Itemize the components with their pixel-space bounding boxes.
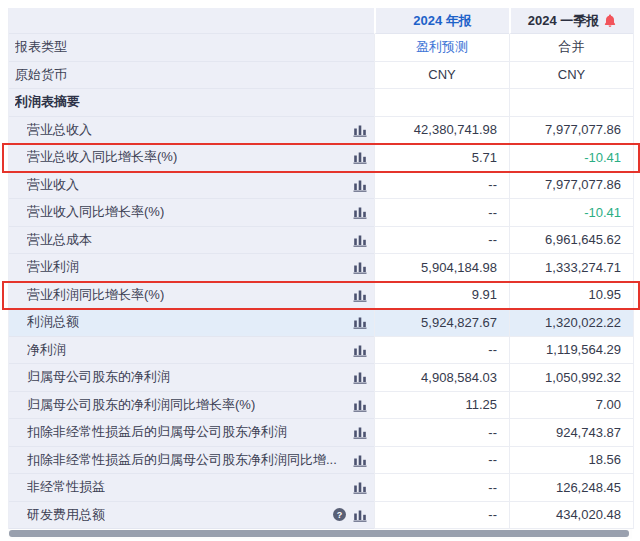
value-text: 5,924,827.67 xyxy=(421,315,497,330)
table-row: 报表类型 盈利预测 合并 xyxy=(9,34,633,62)
row-label: 营业收入同比增长率(%) xyxy=(27,203,164,221)
bar-chart-icon[interactable] xyxy=(353,480,367,494)
bar-chart-icon[interactable] xyxy=(353,123,367,137)
value-text: 126,248.45 xyxy=(556,480,621,495)
value-cell-2024-q1: 7.00 xyxy=(509,392,633,420)
bar-chart-icon[interactable] xyxy=(353,260,367,274)
row-label-cell: 利润表摘要 xyxy=(9,89,374,117)
row-label-cell: 扣除非经常性损益后的归属母公司股东净利润同比增... xyxy=(9,447,374,475)
row-label-cell: 营业总成本 xyxy=(9,227,374,255)
row-icons xyxy=(353,398,367,412)
row-label: 研发费用总额 xyxy=(27,506,105,524)
row-label: 利润表摘要 xyxy=(15,93,80,111)
value-text: 1,333,274.71 xyxy=(545,260,621,275)
value-cell-2024-q1: 7,977,077.86 xyxy=(509,172,633,200)
bar-chart-icon[interactable] xyxy=(353,508,367,522)
value-text: 1,119,564.29 xyxy=(546,342,621,357)
row-label-cell: 归属母公司股东的净利润 xyxy=(9,364,374,392)
value-cell-2024-annual: CNY xyxy=(374,62,509,90)
bar-chart-icon[interactable] xyxy=(353,178,367,192)
horizontal-scrollbar-track[interactable] xyxy=(8,529,632,539)
table-row: 营业利润 5,904,184.98 1,333,274.71 xyxy=(9,254,633,282)
value-text: -10.41 xyxy=(584,205,621,220)
value-text: 1,320,022.22 xyxy=(545,315,621,330)
value-text: 7,977,077.86 xyxy=(545,177,621,192)
value-text: -- xyxy=(488,342,497,357)
value-cell-2024-q1: 1,050,992.32 xyxy=(509,364,633,392)
value-cell-2024-annual: -- xyxy=(374,227,509,255)
row-label: 营业总成本 xyxy=(27,231,92,249)
value-text: 6,961,645.62 xyxy=(545,232,621,247)
value-cell-2024-annual: 5.71 xyxy=(374,144,509,172)
table-row-selected: 利润总额 5,924,827.67 1,320,022.22 xyxy=(9,309,633,337)
value-text: 7,977,077.86 xyxy=(545,122,621,137)
row-label-cell: 营业收入同比增长率(%) xyxy=(9,199,374,227)
row-label: 净利润 xyxy=(27,341,66,359)
row-icons xyxy=(353,150,367,164)
table-row: 营业收入 -- 7,977,077.86 xyxy=(9,172,633,200)
value-cell-2024-q1 xyxy=(509,89,633,117)
bar-chart-icon[interactable] xyxy=(353,150,367,164)
value-cell-2024-annual: 盈利预测 xyxy=(374,34,509,62)
bar-chart-icon[interactable] xyxy=(353,370,367,384)
value-text: 5,904,184.98 xyxy=(421,260,497,275)
value-cell-2024-q1: -10.41 xyxy=(509,199,633,227)
value-cell-2024-annual: -- xyxy=(374,447,509,475)
column-header-2024-q1[interactable]: 2024 一季报 xyxy=(509,8,633,34)
value-cell-2024-annual: 9.91 xyxy=(374,282,509,310)
bar-chart-icon[interactable] xyxy=(353,398,367,412)
row-label: 扣除非经常性损益后的归属母公司股东净利润 xyxy=(27,423,287,441)
row-icons xyxy=(353,453,367,467)
bar-chart-icon[interactable] xyxy=(353,315,367,329)
row-label-cell: 扣除非经常性损益后的归属母公司股东净利润 xyxy=(9,419,374,447)
bar-chart-icon[interactable] xyxy=(353,233,367,247)
table-row: 营业总成本 -- 6,961,645.62 xyxy=(9,227,633,255)
table-row: 营业收入同比增长率(%) -- -10.41 xyxy=(9,199,633,227)
column-header-label: 2024 一季报 xyxy=(528,12,600,30)
row-label-cell: 原始货币 xyxy=(9,62,374,90)
value-cell-2024-annual: 5,904,184.98 xyxy=(374,254,509,282)
column-header-2024-annual[interactable]: 2024 年报 xyxy=(374,8,509,34)
value-cell-2024-annual: 5,924,827.67 xyxy=(374,309,509,337)
table-body: 报表类型 盈利预测 合并 原始货币 CNY CNY 利润表摘要 xyxy=(9,34,633,529)
bar-chart-icon[interactable] xyxy=(353,453,367,467)
value-text: -- xyxy=(488,452,497,467)
value-text: 4,908,584.03 xyxy=(421,370,497,385)
bar-chart-icon[interactable] xyxy=(353,205,367,219)
value-cell-2024-annual: 42,380,741.98 xyxy=(374,117,509,145)
row-label-cell: 净利润 xyxy=(9,337,374,365)
bar-chart-icon[interactable] xyxy=(353,425,367,439)
value-text: CNY xyxy=(558,67,585,82)
value-text: 7.00 xyxy=(596,397,621,412)
table-row: 净利润 -- 1,119,564.29 xyxy=(9,337,633,365)
value-cell-2024-q1: 1,119,564.29 xyxy=(509,337,633,365)
table-header-row: 2024 年报 2024 一季报 xyxy=(9,8,633,34)
table-row: 营业总收入 42,380,741.98 7,977,077.86 xyxy=(9,117,633,145)
row-label: 扣除非经常性损益后的归属母公司股东净利润同比增... xyxy=(27,451,337,469)
table-row-highlighted-red: 营业利润同比增长率(%) 9.91 10.95 xyxy=(9,282,633,310)
row-icons: ? xyxy=(333,508,367,522)
horizontal-scrollbar-thumb[interactable] xyxy=(9,530,629,537)
table-row: 研发费用总额 ? -- 434,020.48 xyxy=(9,502,633,530)
table-row: 归属母公司股东的净利润 4,908,584.03 1,050,992.32 xyxy=(9,364,633,392)
column-header-label: 2024 年报 xyxy=(413,12,472,30)
value-text: -- xyxy=(488,232,497,247)
bar-chart-icon[interactable] xyxy=(353,343,367,357)
table-row: 扣除非经常性损益后的归属母公司股东净利润 -- 924,743.87 xyxy=(9,419,633,447)
value-cell-2024-q1: 126,248.45 xyxy=(509,474,633,502)
value-text: -10.41 xyxy=(584,150,621,165)
help-icon[interactable]: ? xyxy=(333,508,346,521)
value-cell-2024-annual: 4,908,584.03 xyxy=(374,364,509,392)
table-row-highlighted-red: 营业总收入同比增长率(%) 5.71 -10.41 xyxy=(9,144,633,172)
value-text: 10.95 xyxy=(588,287,621,302)
row-label-cell: 营业利润 xyxy=(9,254,374,282)
row-icons xyxy=(353,288,367,302)
value-text: -- xyxy=(488,425,497,440)
alert-bell-icon[interactable] xyxy=(604,14,616,27)
bar-chart-icon[interactable] xyxy=(353,288,367,302)
value-text[interactable]: 盈利预测 xyxy=(416,38,468,56)
row-icons xyxy=(353,343,367,357)
value-cell-2024-q1: 7,977,077.86 xyxy=(509,117,633,145)
value-cell-2024-annual xyxy=(374,89,509,117)
row-label: 营业利润同比增长率(%) xyxy=(27,286,164,304)
